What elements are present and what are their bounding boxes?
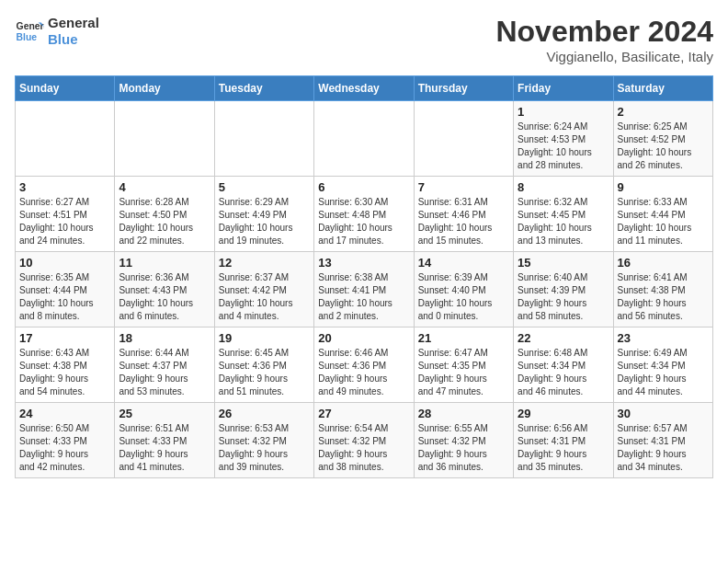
day-cell: 6Sunrise: 6:30 AMSunset: 4:48 PMDaylight… [314, 177, 414, 252]
day-cell [16, 101, 115, 177]
day-info: Sunrise: 6:30 AMSunset: 4:48 PMDaylight:… [318, 196, 409, 247]
week-row-4: 17Sunrise: 6:43 AMSunset: 4:38 PMDayligh… [16, 327, 713, 403]
day-info: Sunrise: 6:40 AMSunset: 4:39 PMDaylight:… [518, 271, 609, 323]
week-row-1: 1Sunrise: 6:24 AMSunset: 4:53 PMDaylight… [16, 101, 713, 177]
day-info: Sunrise: 6:39 AMSunset: 4:40 PMDaylight:… [418, 271, 509, 323]
day-number: 10 [19, 256, 110, 270]
col-sunday: Sunday [16, 76, 115, 101]
day-cell: 10Sunrise: 6:35 AMSunset: 4:44 PMDayligh… [16, 252, 115, 327]
day-cell: 7Sunrise: 6:31 AMSunset: 4:46 PMDaylight… [414, 177, 513, 252]
day-number: 22 [518, 331, 609, 345]
day-number: 30 [618, 407, 709, 420]
day-number: 28 [418, 407, 509, 420]
day-number: 7 [418, 180, 509, 194]
day-cell: 28Sunrise: 6:55 AMSunset: 4:32 PMDayligh… [414, 403, 513, 478]
day-number: 13 [318, 256, 409, 270]
week-row-2: 3Sunrise: 6:27 AMSunset: 4:51 PMDaylight… [16, 177, 713, 252]
day-info: Sunrise: 6:37 AMSunset: 4:42 PMDaylight:… [219, 271, 310, 323]
day-cell: 30Sunrise: 6:57 AMSunset: 4:31 PMDayligh… [613, 403, 712, 478]
col-wednesday: Wednesday [314, 76, 414, 101]
day-cell: 26Sunrise: 6:53 AMSunset: 4:32 PMDayligh… [214, 403, 313, 478]
day-cell: 25Sunrise: 6:51 AMSunset: 4:33 PMDayligh… [115, 403, 214, 478]
day-info: Sunrise: 6:28 AMSunset: 4:50 PMDaylight:… [119, 196, 210, 247]
day-info: Sunrise: 6:51 AMSunset: 4:33 PMDaylight:… [119, 422, 210, 474]
day-cell: 9Sunrise: 6:33 AMSunset: 4:44 PMDaylight… [613, 177, 712, 252]
calendar-header: Sunday Monday Tuesday Wednesday Thursday… [16, 76, 713, 101]
day-info: Sunrise: 6:38 AMSunset: 4:41 PMDaylight:… [318, 271, 409, 323]
day-cell: 19Sunrise: 6:45 AMSunset: 4:36 PMDayligh… [214, 327, 313, 403]
day-number: 5 [219, 180, 310, 194]
day-number: 17 [19, 331, 110, 345]
day-number: 23 [618, 331, 709, 345]
day-number: 19 [219, 331, 310, 345]
day-number: 9 [618, 180, 709, 194]
col-monday: Monday [115, 76, 214, 101]
day-cell: 22Sunrise: 6:48 AMSunset: 4:34 PMDayligh… [514, 327, 613, 403]
calendar-table: Sunday Monday Tuesday Wednesday Thursday… [15, 75, 713, 478]
col-friday: Friday [514, 76, 613, 101]
day-info: Sunrise: 6:46 AMSunset: 4:36 PMDaylight:… [318, 347, 409, 398]
day-cell: 29Sunrise: 6:56 AMSunset: 4:31 PMDayligh… [514, 403, 613, 478]
day-number: 25 [119, 407, 210, 420]
day-info: Sunrise: 6:27 AMSunset: 4:51 PMDaylight:… [19, 196, 110, 247]
day-info: Sunrise: 6:50 AMSunset: 4:33 PMDaylight:… [19, 422, 110, 474]
day-cell: 14Sunrise: 6:39 AMSunset: 4:40 PMDayligh… [414, 252, 513, 327]
day-info: Sunrise: 6:24 AMSunset: 4:53 PMDaylight:… [518, 121, 609, 172]
day-number: 4 [119, 180, 210, 194]
day-number: 3 [19, 180, 110, 194]
day-number: 12 [219, 256, 310, 270]
day-number: 8 [518, 180, 609, 194]
day-cell: 17Sunrise: 6:43 AMSunset: 4:38 PMDayligh… [16, 327, 115, 403]
day-number: 16 [618, 256, 709, 270]
col-tuesday: Tuesday [214, 76, 313, 101]
day-number: 1 [518, 105, 609, 119]
logo: General Blue General Blue [15, 15, 99, 48]
day-info: Sunrise: 6:35 AMSunset: 4:44 PMDaylight:… [19, 271, 110, 323]
day-number: 27 [318, 407, 409, 420]
day-number: 6 [318, 180, 409, 194]
day-cell: 24Sunrise: 6:50 AMSunset: 4:33 PMDayligh… [16, 403, 115, 478]
day-info: Sunrise: 6:49 AMSunset: 4:34 PMDaylight:… [618, 347, 709, 398]
day-info: Sunrise: 6:29 AMSunset: 4:49 PMDaylight:… [219, 196, 310, 247]
day-cell: 13Sunrise: 6:38 AMSunset: 4:41 PMDayligh… [314, 252, 414, 327]
week-row-3: 10Sunrise: 6:35 AMSunset: 4:44 PMDayligh… [16, 252, 713, 327]
day-cell: 15Sunrise: 6:40 AMSunset: 4:39 PMDayligh… [514, 252, 613, 327]
day-cell: 5Sunrise: 6:29 AMSunset: 4:49 PMDaylight… [214, 177, 313, 252]
day-cell: 18Sunrise: 6:44 AMSunset: 4:37 PMDayligh… [115, 327, 214, 403]
day-number: 26 [219, 407, 310, 420]
day-number: 2 [618, 105, 709, 119]
day-info: Sunrise: 6:57 AMSunset: 4:31 PMDaylight:… [618, 422, 709, 474]
day-cell [115, 101, 214, 177]
day-info: Sunrise: 6:33 AMSunset: 4:44 PMDaylight:… [618, 196, 709, 247]
day-number: 29 [518, 407, 609, 420]
day-cell: 16Sunrise: 6:41 AMSunset: 4:38 PMDayligh… [613, 252, 712, 327]
day-cell [214, 101, 313, 177]
day-cell [414, 101, 513, 177]
logo-line2: Blue [48, 31, 99, 48]
day-cell: 11Sunrise: 6:36 AMSunset: 4:43 PMDayligh… [115, 252, 214, 327]
day-info: Sunrise: 6:53 AMSunset: 4:32 PMDaylight:… [219, 422, 310, 474]
day-info: Sunrise: 6:36 AMSunset: 4:43 PMDaylight:… [119, 271, 210, 323]
day-cell: 4Sunrise: 6:28 AMSunset: 4:50 PMDaylight… [115, 177, 214, 252]
day-info: Sunrise: 6:41 AMSunset: 4:38 PMDaylight:… [618, 271, 709, 323]
day-info: Sunrise: 6:31 AMSunset: 4:46 PMDaylight:… [418, 196, 509, 247]
day-info: Sunrise: 6:56 AMSunset: 4:31 PMDaylight:… [518, 422, 609, 474]
weekday-row: Sunday Monday Tuesday Wednesday Thursday… [16, 76, 713, 101]
day-info: Sunrise: 6:55 AMSunset: 4:32 PMDaylight:… [418, 422, 509, 474]
day-number: 11 [119, 256, 210, 270]
day-cell: 20Sunrise: 6:46 AMSunset: 4:36 PMDayligh… [314, 327, 414, 403]
day-info: Sunrise: 6:32 AMSunset: 4:45 PMDaylight:… [518, 196, 609, 247]
day-cell: 12Sunrise: 6:37 AMSunset: 4:42 PMDayligh… [214, 252, 313, 327]
col-saturday: Saturday [613, 76, 712, 101]
calendar-body: 1Sunrise: 6:24 AMSunset: 4:53 PMDaylight… [16, 101, 713, 478]
col-thursday: Thursday [414, 76, 513, 101]
day-cell: 3Sunrise: 6:27 AMSunset: 4:51 PMDaylight… [16, 177, 115, 252]
day-info: Sunrise: 6:43 AMSunset: 4:38 PMDaylight:… [19, 347, 110, 398]
day-cell [314, 101, 414, 177]
day-number: 21 [418, 331, 509, 345]
day-cell: 2Sunrise: 6:25 AMSunset: 4:52 PMDaylight… [613, 101, 712, 177]
day-number: 20 [318, 331, 409, 345]
day-cell: 21Sunrise: 6:47 AMSunset: 4:35 PMDayligh… [414, 327, 513, 403]
title-area: November 2024 Viggianello, Basilicate, I… [495, 15, 713, 64]
svg-text:Blue: Blue [17, 32, 38, 42]
